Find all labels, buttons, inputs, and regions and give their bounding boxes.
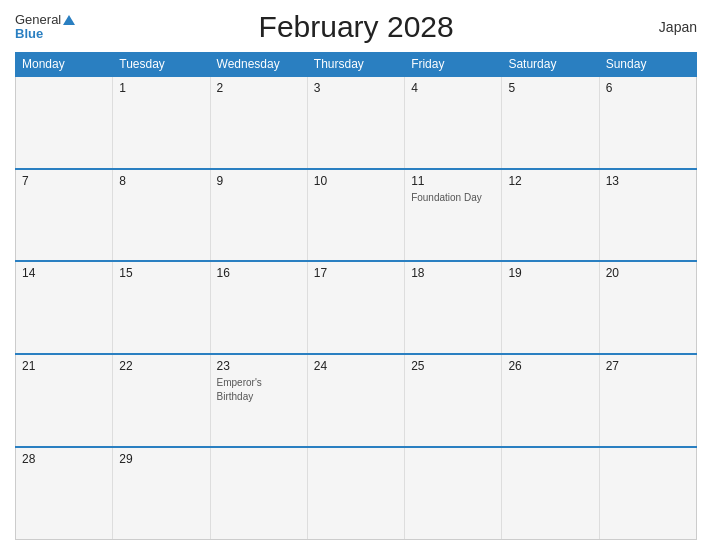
logo-general-text: General: [15, 13, 75, 27]
page: General Blue February 2028 Japan Monday …: [0, 0, 712, 550]
calendar-cell: 9: [210, 169, 307, 262]
day-number: 11: [411, 174, 495, 188]
logo-blue-text: Blue: [15, 27, 75, 41]
day-number: 8: [119, 174, 203, 188]
calendar-cell: 22: [113, 354, 210, 447]
day-number: 5: [508, 81, 592, 95]
calendar-cell: 18: [405, 261, 502, 354]
day-number: 16: [217, 266, 301, 280]
calendar-cell: 14: [16, 261, 113, 354]
calendar-cell: 2: [210, 76, 307, 169]
day-number: 21: [22, 359, 106, 373]
calendar-table: Monday Tuesday Wednesday Thursday Friday…: [15, 52, 697, 540]
col-thursday: Thursday: [307, 53, 404, 77]
day-number: 18: [411, 266, 495, 280]
calendar-cell: 10: [307, 169, 404, 262]
calendar-week-row: 212223Emperor's Birthday24252627: [16, 354, 697, 447]
calendar-cell: 7: [16, 169, 113, 262]
calendar-cell: 29: [113, 447, 210, 540]
calendar-cell: [307, 447, 404, 540]
calendar-cell: [405, 447, 502, 540]
day-number: 20: [606, 266, 690, 280]
calendar-cell: 26: [502, 354, 599, 447]
calendar-cell: 16: [210, 261, 307, 354]
day-number: 1: [119, 81, 203, 95]
day-number: 13: [606, 174, 690, 188]
calendar-cell: [210, 447, 307, 540]
calendar-title: February 2028: [75, 10, 637, 44]
col-friday: Friday: [405, 53, 502, 77]
day-number: 15: [119, 266, 203, 280]
calendar-cell: 21: [16, 354, 113, 447]
day-number: 3: [314, 81, 398, 95]
calendar-cell: 6: [599, 76, 696, 169]
calendar-cell: 28: [16, 447, 113, 540]
calendar-cell: 5: [502, 76, 599, 169]
calendar-week-row: 2829: [16, 447, 697, 540]
col-monday: Monday: [16, 53, 113, 77]
day-number: 17: [314, 266, 398, 280]
col-saturday: Saturday: [502, 53, 599, 77]
calendar-cell: 27: [599, 354, 696, 447]
calendar-cell: 3: [307, 76, 404, 169]
day-number: 23: [217, 359, 301, 373]
day-number: 4: [411, 81, 495, 95]
day-number: 27: [606, 359, 690, 373]
calendar-cell: 11Foundation Day: [405, 169, 502, 262]
header: General Blue February 2028 Japan: [15, 10, 697, 44]
day-number: 22: [119, 359, 203, 373]
calendar-cell: [16, 76, 113, 169]
col-sunday: Sunday: [599, 53, 696, 77]
calendar-cell: 1: [113, 76, 210, 169]
calendar-cell: [502, 447, 599, 540]
weekday-header-row: Monday Tuesday Wednesday Thursday Friday…: [16, 53, 697, 77]
day-number: 7: [22, 174, 106, 188]
calendar-cell: 13: [599, 169, 696, 262]
day-number: 6: [606, 81, 690, 95]
calendar-cell: 19: [502, 261, 599, 354]
day-number: 10: [314, 174, 398, 188]
day-number: 24: [314, 359, 398, 373]
country-label: Japan: [637, 19, 697, 35]
col-tuesday: Tuesday: [113, 53, 210, 77]
calendar-cell: 4: [405, 76, 502, 169]
calendar-cell: 25: [405, 354, 502, 447]
day-number: 2: [217, 81, 301, 95]
day-number: 25: [411, 359, 495, 373]
calendar-cell: 24: [307, 354, 404, 447]
calendar-cell: 23Emperor's Birthday: [210, 354, 307, 447]
day-number: 26: [508, 359, 592, 373]
calendar-cell: 20: [599, 261, 696, 354]
calendar-cell: 8: [113, 169, 210, 262]
calendar-cell: 17: [307, 261, 404, 354]
day-number: 29: [119, 452, 203, 466]
calendar-week-row: 7891011Foundation Day1213: [16, 169, 697, 262]
day-number: 14: [22, 266, 106, 280]
calendar-cell: 15: [113, 261, 210, 354]
logo: General Blue: [15, 13, 75, 42]
col-wednesday: Wednesday: [210, 53, 307, 77]
day-number: 9: [217, 174, 301, 188]
calendar-week-row: 14151617181920: [16, 261, 697, 354]
calendar-week-row: 123456: [16, 76, 697, 169]
logo-triangle-icon: [63, 15, 75, 25]
day-number: 12: [508, 174, 592, 188]
event-label: Emperor's Birthday: [217, 377, 262, 402]
event-label: Foundation Day: [411, 192, 482, 203]
calendar-cell: [599, 447, 696, 540]
day-number: 28: [22, 452, 106, 466]
calendar-cell: 12: [502, 169, 599, 262]
day-number: 19: [508, 266, 592, 280]
